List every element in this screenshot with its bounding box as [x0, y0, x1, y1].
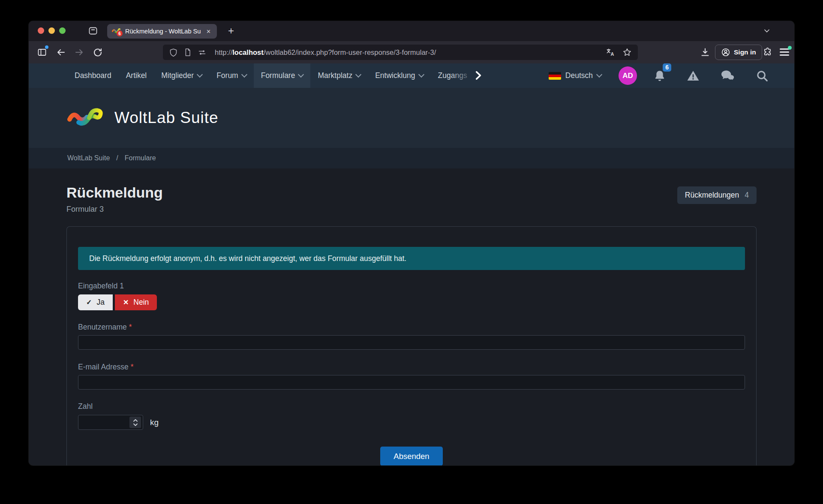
- stepper-up-icon: [133, 419, 138, 422]
- nav-item-entwicklung[interactable]: Entwicklung: [368, 63, 430, 88]
- sign-in-label: Sign in: [734, 48, 756, 56]
- chevron-down-icon: [596, 72, 602, 78]
- username-input[interactable]: [78, 335, 745, 350]
- nav-item-marktplatz[interactable]: Marktplatz: [310, 63, 368, 88]
- url-host: localhost: [232, 48, 263, 56]
- field-label-benutzername: Benutzername*: [78, 323, 745, 331]
- browser-tab[interactable]: 6 Rückmeldung - WoltLab Suite ✕: [107, 24, 217, 39]
- notifications-bell-icon[interactable]: 6: [653, 69, 666, 82]
- nav-item-dashboard[interactable]: Dashboard: [67, 63, 119, 88]
- unit-label: kg: [150, 418, 159, 427]
- no-button[interactable]: ✕ Nein: [115, 294, 157, 310]
- german-flag-icon: [549, 72, 561, 80]
- submit-button[interactable]: Absenden: [380, 447, 442, 465]
- nav-item-mitglieder[interactable]: Mitglieder: [154, 63, 209, 88]
- conversations-chat-icon[interactable]: [720, 69, 736, 82]
- back-icon[interactable]: [56, 47, 66, 57]
- chevron-down-icon: [298, 72, 304, 78]
- user-avatar[interactable]: AD: [619, 66, 637, 85]
- site-favicon: 6: [112, 27, 121, 36]
- counter-label: Rückmeldungen: [685, 191, 739, 200]
- browser-toolbar: http://localhost/woltlab62/index.php?for…: [29, 41, 794, 63]
- stepper-down-icon: [133, 423, 138, 426]
- required-asterisk: *: [131, 363, 134, 371]
- bookmark-star-icon[interactable]: [622, 48, 632, 57]
- breadcrumb-item-home[interactable]: WoltLab Suite: [67, 154, 110, 162]
- field-label-eingabefeld: Eingabefeld 1: [78, 282, 745, 290]
- brand-name[interactable]: WoltLab Suite: [114, 109, 219, 127]
- chevron-down-icon: [418, 72, 424, 78]
- anonymous-notice-banner: Die Rückmeldung erfolgt anonym, d.h. es …: [78, 247, 745, 270]
- yes-no-toggle: ✓ Ja ✕ Nein: [78, 294, 745, 310]
- nav-item-formulare[interactable]: Formulare: [254, 63, 311, 88]
- rueckmeldungen-counter-button[interactable]: Rückmeldungen 4: [677, 186, 757, 204]
- minimize-window-button[interactable]: [48, 27, 55, 34]
- extensions-puzzle-icon[interactable]: [763, 47, 772, 57]
- sign-in-button[interactable]: Sign in: [715, 45, 762, 60]
- main-navigation: Dashboard Artikel Mitglieder Forum Formu…: [29, 63, 794, 88]
- nav-item-forum[interactable]: Forum: [209, 63, 254, 88]
- forward-icon[interactable]: [74, 47, 84, 57]
- chevron-down-icon: [355, 72, 361, 78]
- url-path: /woltlab62/index.php?form-user-response/…: [264, 48, 436, 56]
- translate-icon[interactable]: A: [606, 48, 615, 57]
- moderation-warning-icon[interactable]: [686, 69, 700, 82]
- traffic-lights: [38, 27, 66, 34]
- nav-item-artikel[interactable]: Artikel: [119, 63, 154, 88]
- url-scheme: http://: [215, 48, 232, 56]
- downloads-icon[interactable]: [700, 47, 710, 57]
- page-subtitle: Formular 3: [66, 205, 163, 214]
- new-tab-button[interactable]: +: [225, 24, 237, 37]
- url-bar[interactable]: http://localhost/woltlab62/index.php?for…: [163, 45, 638, 60]
- notification-count-badge: 6: [663, 63, 671, 72]
- email-input[interactable]: [78, 375, 745, 390]
- chevron-down-icon: [241, 72, 247, 78]
- content-area: Rückmeldung Formular 3 Rückmeldungen 4 D…: [29, 168, 794, 465]
- cross-icon: ✕: [123, 298, 129, 306]
- browser-window: 6 Rückmeldung - WoltLab Suite ✕ +: [29, 21, 794, 465]
- nav-overflow-chevron-right-icon[interactable]: [472, 69, 484, 81]
- chevron-down-icon: [197, 72, 203, 78]
- search-icon[interactable]: [756, 69, 769, 82]
- yes-button[interactable]: ✓ Ja: [78, 294, 113, 310]
- nav-item-zugang-truncated[interactable]: Zugangs: [431, 63, 484, 88]
- field-label-zahl: Zahl: [78, 402, 745, 411]
- counter-value: 4: [745, 191, 749, 200]
- menu-notification-dot: [788, 46, 792, 50]
- url-text[interactable]: http://localhost/woltlab62/index.php?for…: [215, 48, 601, 57]
- tab-bar: 6 Rückmeldung - WoltLab Suite ✕ +: [29, 21, 794, 41]
- page-info-icon[interactable]: [183, 48, 192, 57]
- site-header: WoltLab Suite: [29, 88, 794, 148]
- woltlab-logo[interactable]: [67, 105, 105, 130]
- favicon-notification-badge: 6: [117, 30, 123, 36]
- field-label-email: E-mail Adresse*: [78, 363, 745, 371]
- check-icon: ✓: [86, 298, 92, 306]
- maximize-window-button[interactable]: [59, 27, 66, 34]
- language-label: Deutsch: [565, 71, 593, 80]
- menu-hamburger-icon[interactable]: [780, 47, 790, 56]
- svg-text:A: A: [610, 51, 614, 57]
- sidebar-notification-dot: [45, 45, 48, 49]
- tab-title: Rückmeldung - WoltLab Suite: [125, 28, 201, 35]
- breadcrumb-separator: /: [116, 154, 118, 162]
- permissions-icon[interactable]: [198, 48, 207, 57]
- form-container: Die Rückmeldung erfolgt anonym, d.h. es …: [66, 226, 757, 465]
- breadcrumb: WoltLab Suite / Formulare: [29, 148, 794, 168]
- language-selector[interactable]: Deutsch: [549, 71, 601, 80]
- page-area: Dashboard Artikel Mitglieder Forum Formu…: [29, 63, 794, 465]
- shield-icon[interactable]: [169, 48, 178, 57]
- firefox-view-icon[interactable]: [88, 26, 98, 36]
- close-tab-icon[interactable]: ✕: [205, 27, 212, 36]
- close-window-button[interactable]: [38, 27, 44, 34]
- breadcrumb-item-formulare[interactable]: Formulare: [125, 154, 156, 162]
- required-asterisk: *: [129, 323, 132, 331]
- page-title: Rückmeldung: [66, 184, 163, 201]
- reload-icon[interactable]: [93, 47, 103, 57]
- list-tabs-chevron-icon[interactable]: [763, 27, 771, 35]
- number-stepper[interactable]: [129, 417, 141, 428]
